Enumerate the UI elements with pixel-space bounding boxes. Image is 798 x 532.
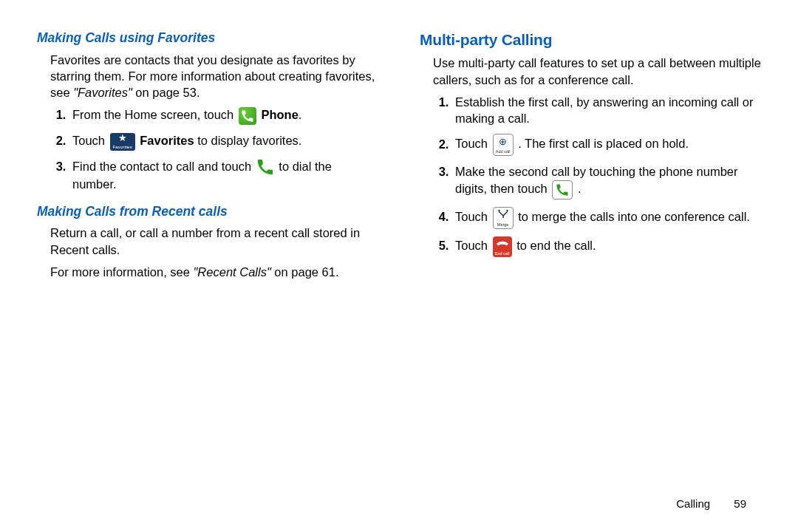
add-call-label: Add call [494,149,513,154]
text: . The first call is placed on hold. [518,137,689,151]
ref-recent-calls: "Recent Calls" [194,265,271,279]
manual-page: Making Calls using Favorites Favorites a… [0,0,798,532]
heading-recent-calls: Making Calls from Recent calls [37,203,378,221]
phone-app-icon [239,107,256,125]
end-call-label: End call [493,251,512,256]
page-footer: Calling 59 [676,497,746,511]
recent-calls-p1: Return a call, or call a number from a r… [37,225,378,258]
multiparty-steps: Establish the first call, by answering a… [420,94,761,257]
end-call-icon: End call [493,236,512,257]
step-4: Touch Merge to merge the calls into one … [452,207,761,229]
dial-handset-icon [256,158,274,176]
phone-label: Phone [261,108,298,121]
footer-section: Calling [676,497,710,510]
star-icon: ★ [110,132,135,143]
text: Touch [455,239,491,252]
merge-icon: Merge [493,207,514,229]
plus-icon: ⊕ [494,137,513,146]
multiparty-intro: Use multi-party call features to set up … [420,55,761,88]
left-column: Making Calls using Favorites Favorites a… [37,30,399,532]
text: Make the second call by touching the pho… [455,165,738,195]
favorites-label: Favorites [140,134,194,147]
merge-arrows-icon [494,210,513,219]
step-1: Establish the first call, by answering a… [452,94,761,127]
dial-button-icon [552,180,573,200]
favorites-intro: Favorites are contacts that you designat… [37,52,378,101]
text: to merge the calls into one conference c… [518,210,750,223]
ref-favorites: "Favorites" [73,86,132,99]
text: on page 61. [271,265,339,279]
footer-page-number: 59 [734,497,746,510]
text: . [578,182,582,195]
step-3: Make the second call by touching the pho… [452,163,761,199]
text: For more information, see [50,265,194,279]
step-3: Find the contact to call and touch to di… [69,158,378,193]
heading-favorites: Making Calls using Favorites [37,30,378,47]
right-column: Multi-party Calling Use multi-party call… [399,30,761,532]
text: on page 53. [132,86,200,99]
text: Establish the first call, by answering a… [455,95,754,125]
text: Touch [455,137,491,151]
step-2: Touch ⊕ Add call . The first call is pla… [452,134,761,156]
step-5: Touch End call to end the call. [452,236,761,257]
text: Touch [72,134,109,147]
favorites-tab-icon: ★ Favorites [110,133,135,151]
text: Find the contact to call and touch [72,160,255,173]
heading-multiparty: Multi-party Calling [420,30,761,50]
text: to display favorites. [194,134,302,147]
add-call-icon: ⊕ Add call [493,134,514,156]
text: . [299,108,302,121]
favorites-icon-label: Favorites [110,145,135,150]
step-2: Touch ★ Favorites Favorites to display f… [69,132,378,151]
merge-label: Merge [494,222,513,227]
text: Touch [455,210,491,223]
step-1: From the Home screen, touch Phone. [69,106,378,125]
text: to end the call. [516,239,596,252]
favorites-steps: From the Home screen, touch Phone. Touch… [37,106,378,192]
text: From the Home screen, touch [72,108,237,121]
recent-calls-p2: For more information, see "Recent Calls"… [37,264,378,280]
